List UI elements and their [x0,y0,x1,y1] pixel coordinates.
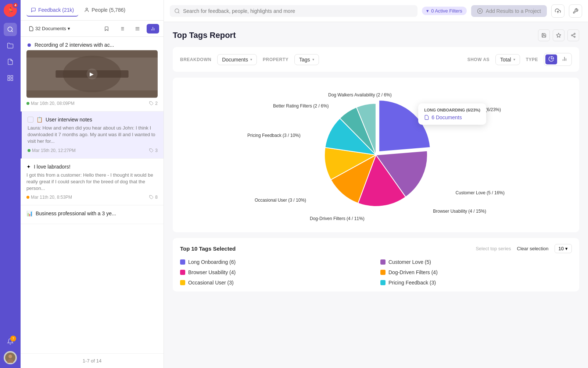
tags-grid: Long Onboarding (6)Customer Love (5)Brow… [180,259,572,286]
svg-line-1 [11,31,12,32]
label-dog-driven: Dog-Driven Filters (4 / 11%) [310,216,365,221]
svg-rect-4 [8,79,10,81]
icon-sidebar: 🏃 4 7 [0,0,21,368]
pagination: 1-7 of 14 [21,353,164,368]
sidebar-icon-notification[interactable]: 7 [4,335,17,348]
view-chart-btn[interactable] [147,24,159,33]
status-dot-3 [26,196,29,199]
type-buttons [544,53,572,66]
view-bookmark-btn[interactable] [100,24,113,33]
tags-actions: Select top series Clear selection 10 ▾ [476,244,572,253]
status-dot-2 [28,149,31,152]
sidebar-icon-grid[interactable] [4,71,17,85]
slack-icon-3: ✦ [26,164,31,170]
doc-icon-2: 📋 [36,117,43,123]
document-list: ⏺ Recording of 2 interviews with ac... ▶… [21,37,164,353]
doc-thumbnail-1: ▶ [26,50,158,98]
tag-item: Occasional User (3) [180,280,372,286]
doc-title-3: I love labradors! [34,164,71,170]
recording-icon: ⏺ [26,42,32,48]
doc-item-3[interactable]: ✦ I love labradors! I got this from a cu… [21,159,164,206]
doc-footer-3: Mar 11th 20, 8:53PM 8 [26,195,158,200]
pie-chart-svg [321,100,431,210]
doc-item-2[interactable]: 📋 User interview notes Laura: How and wh… [21,112,164,159]
settings-button[interactable] [569,4,582,18]
type-label: TYPE [526,57,538,62]
search-input-wrap [170,5,417,17]
report-title-text: Top Tags Report [173,31,236,40]
doc-item-1[interactable]: ⏺ Recording of 2 interviews with ac... ▶… [21,37,164,112]
star-report-icon[interactable] [553,29,564,41]
svg-point-29 [175,9,179,13]
doc-preview-2: Laura: How and when did you hear about u… [28,125,158,145]
show-as-select[interactable]: Total ▾ [495,54,520,65]
svg-point-0 [8,27,12,31]
tooltip-value: 6 Documents [424,114,480,120]
label-better-rating: Better Rating Filters (2 / 6%) [273,103,329,109]
sidebar-icon-document[interactable] [4,55,17,68]
doc-count-button[interactable]: 32 Documents ▾ [25,24,74,33]
view-lines-btn[interactable] [131,24,144,33]
doc-item-4[interactable]: 📊 Business professional with a 3 ye... [21,205,164,224]
breakdown-select[interactable]: Documents ▾ [217,54,257,65]
svg-line-30 [178,12,179,13]
doc-preview-3: I got this from a customer: Hello there … [26,172,158,192]
chart-tooltip: LONG ONBOARDING (6/23%) 6 Documents [418,103,486,125]
upload-button[interactable] [551,4,564,18]
doc-footer-2: Mar 15th 20, 12:27PM 3 [28,148,158,153]
active-filters-button[interactable]: ▾ 0 Active Filters [422,7,467,15]
clear-selection-button[interactable]: Clear selection [517,246,549,251]
toolbar: 32 Documents ▾ [21,21,164,37]
svg-rect-5 [11,79,13,81]
tags-title: Top 10 Tags Selected [180,245,236,252]
add-results-icon [477,8,483,14]
tab-people[interactable]: People (5,786) [80,4,130,17]
svg-rect-2 [8,75,10,77]
doc-tags-1: 2 [149,101,158,106]
tag-item: Browser Usability (4) [180,269,372,275]
svg-point-9 [86,8,88,10]
top-nav: Feedback (21k) People (5,786) [21,0,164,21]
add-results-button[interactable]: Add Results to a Project [471,5,547,17]
type-pie-btn[interactable] [545,54,557,64]
search-bar-area: ▾ 0 Active Filters Add Results to a Proj… [164,0,588,22]
save-report-icon[interactable] [538,29,550,41]
doc-footer-1: Mar 16th 20, 08:09PM 2 [26,101,158,106]
tags-header: Top 10 Tags Selected Select top series C… [180,244,572,253]
svg-point-38 [574,36,576,38]
tag-color [380,259,386,265]
svg-marker-35 [556,33,561,37]
app-logo[interactable]: 🏃 4 [4,4,17,17]
label-dog-walkers: Dog Walkers Availability (2 / 6%) [328,92,392,98]
svg-point-37 [571,35,573,36]
report-title-row: Top Tags Report [173,29,579,41]
breakdown-label: BREAKDOWN [180,57,211,62]
view-list-btn[interactable] [116,24,128,33]
doc-title-2: User interview notes [46,117,92,123]
search-input[interactable] [183,8,413,14]
show-as-label: SHOW AS [467,57,490,62]
user-avatar[interactable] [4,351,17,364]
panel-left: Feedback (21k) People (5,786) 32 Documen… [21,0,164,368]
sidebar-icon-search[interactable] [4,23,17,36]
doc-tags-2: 3 [149,148,158,153]
tooltip-doc-icon [424,115,429,120]
tags-section: Top 10 Tags Selected Select top series C… [173,238,579,291]
tab-feedback[interactable]: Feedback (21k) [26,4,78,17]
report-area: Top Tags Report BREAKDOWN Documents ▾ [164,22,588,368]
tag-color [380,280,386,285]
type-bar-btn[interactable] [559,54,570,64]
select-top-series-label: Select top series [476,246,511,251]
sidebar-icon-folder[interactable] [4,39,17,52]
chart-controls: BREAKDOWN Documents ▾ PROPERTY Tags ▾ SH… [173,47,579,72]
doc-title-1: Recording of 2 interviews with ac... [35,42,114,48]
property-select[interactable]: Tags ▾ [294,54,319,65]
label-customer-love: Customer Love (5 / 16%) [456,190,505,195]
status-dot-1 [26,102,29,105]
checkbox-2[interactable] [28,117,33,123]
tag-color [380,270,386,275]
property-label: PROPERTY [263,57,288,62]
chart-container: Long Onboarding (6/23%) Customer Love (5… [173,78,579,232]
share-report-icon[interactable] [567,29,579,41]
top-count-select[interactable]: 10 ▾ [555,244,572,253]
